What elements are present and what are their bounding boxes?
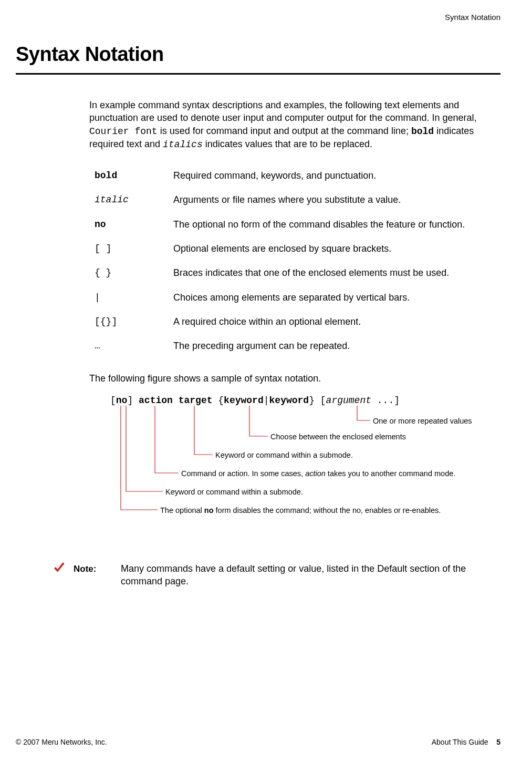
notation-description: Optional elements are enclosed by square…	[173, 236, 465, 261]
table-row: [ ]Optional elements are enclosed by squ…	[95, 236, 465, 261]
notation-symbol: [{}]	[95, 310, 173, 334]
annotation-keyword: Keyword or command within a submode.	[215, 450, 353, 461]
notation-description: Choices among elements are separated by …	[173, 285, 465, 310]
note-label: Note:	[74, 563, 96, 575]
annotation-no: The optional no form disables the comman…	[160, 506, 441, 516]
notation-description: Arguments or file names where you substi…	[173, 188, 465, 212]
annotation-action-em: action	[305, 469, 326, 478]
annotation-choose: Choose between the enclosed elements	[270, 432, 406, 442]
intro-text-d: indicates values that are to be replaced…	[203, 139, 372, 149]
notation-symbol: [ ]	[95, 236, 173, 261]
notation-symbol: { }	[95, 261, 173, 285]
footer-copyright: © 2007 Meru Networks, Inc.	[16, 738, 107, 746]
notation-symbol: …	[95, 334, 173, 358]
notation-description: The preceding argument can be repeated.	[173, 334, 465, 358]
notation-symbol: italic	[95, 188, 173, 212]
page-title: Syntax Notation	[16, 43, 500, 66]
notation-description: Required command, keywords, and punctuat…	[173, 163, 465, 188]
intro-bold: bold	[411, 126, 434, 137]
notation-symbol: |	[95, 285, 173, 310]
annotation-no-a: The optional	[160, 506, 204, 514]
footer-page-number: 5	[496, 738, 500, 746]
annotation-action-b: takes you to another command mode.	[326, 469, 455, 478]
intro-italics: italics	[163, 139, 203, 150]
notation-symbol: bold	[95, 163, 173, 188]
intro-text-a: In example command syntax descriptions a…	[89, 100, 476, 123]
notation-symbol: no	[95, 212, 173, 236]
table-row: …The preceding argument can be repeated.	[95, 334, 465, 358]
intro-text-b: is used for command input and output at …	[158, 126, 411, 136]
annotation-action: Command or action. In some cases, action…	[181, 469, 455, 479]
annotation-keyword2: Keyword or command within a submode.	[165, 487, 303, 498]
table-row: italicArguments or file names where you …	[95, 188, 465, 212]
table-row: |Choices among elements are separated by…	[95, 285, 465, 310]
intro-paragraph: In example command syntax descriptions a…	[89, 99, 500, 151]
running-header: Syntax Notation	[445, 13, 500, 22]
notation-description: A required choice within an optional ele…	[173, 310, 465, 334]
notation-description: The optional no form of the command disa…	[173, 212, 465, 236]
annotation-repeated: One or more repeated values	[373, 416, 472, 427]
table-row: noThe optional no form of the command di…	[95, 212, 465, 236]
following-figure-text: The following figure shows a sample of s…	[89, 372, 500, 385]
footer-section: About This Guide	[432, 738, 488, 746]
table-row: { }Braces indicates that one of the encl…	[95, 261, 465, 285]
table-row: [{}]A required choice within an optional…	[95, 310, 465, 334]
annotation-action-a: Command or action. In some cases,	[181, 469, 305, 478]
notation-description: Braces indicates that one of the enclose…	[173, 261, 465, 285]
footer-right: About This Guide 5	[432, 738, 500, 746]
notation-table: boldRequired command, keywords, and punc…	[95, 163, 465, 358]
syntax-diagram: [no] action target {keyword|keyword} [ar…	[110, 394, 500, 536]
title-rule	[16, 73, 500, 75]
intro-courier: Courier font	[89, 126, 158, 137]
note-block: Note: Many commands have a default setti…	[68, 562, 500, 588]
annotation-no-c: form disables the command; without the n…	[214, 506, 441, 514]
annotation-no-b: no	[204, 506, 214, 514]
content-area: In example command syntax descriptions a…	[89, 99, 500, 588]
note-text: Many commands have a default setting or …	[121, 562, 500, 588]
check-icon	[53, 561, 66, 575]
table-row: boldRequired command, keywords, and punc…	[95, 163, 465, 188]
page-footer: © 2007 Meru Networks, Inc. About This Gu…	[16, 738, 500, 746]
